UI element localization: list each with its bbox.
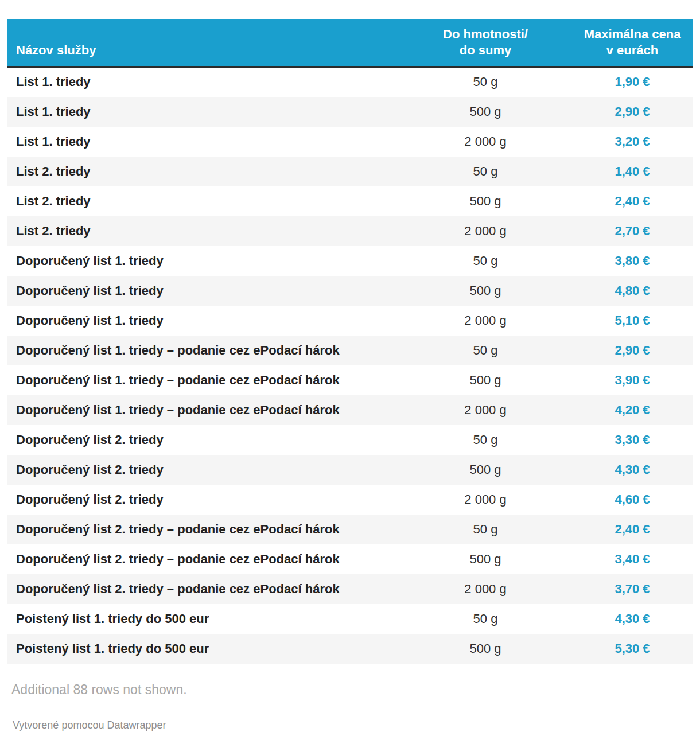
price-cell: 2,40 €	[571, 186, 693, 216]
table-row: List 2. triedy500 g2,40 €	[7, 186, 693, 216]
price-cell: 3,80 €	[571, 246, 693, 276]
price-cell: 2,40 €	[571, 515, 693, 544]
table-row: Doporučený list 1. triedy – podanie cez …	[7, 365, 693, 395]
service-name-cell: List 1. triedy	[7, 67, 399, 97]
table-header: Názov služby Do hmotnosti/ do sumy Maxim…	[7, 19, 693, 67]
weight-cell: 2 000 g	[399, 127, 571, 157]
weight-cell: 500 g	[399, 97, 571, 127]
table-row: Doporučený list 1. triedy50 g3,80 €	[7, 246, 693, 276]
price-table: Názov služby Do hmotnosti/ do sumy Maxim…	[7, 19, 693, 664]
weight-cell: 500 g	[399, 544, 571, 574]
price-cell: 3,30 €	[571, 425, 693, 455]
service-name-cell: Doporučený list 2. triedy – podanie cez …	[7, 515, 399, 544]
table-row: Doporučený list 2. triedy500 g4,30 €	[7, 455, 693, 485]
table-row: List 1. triedy50 g1,90 €	[7, 67, 693, 97]
weight-cell: 2 000 g	[399, 216, 571, 246]
weight-cell: 500 g	[399, 365, 571, 395]
column-header-service: Názov služby	[7, 19, 399, 67]
service-name-cell: Poistený list 1. triedy do 500 eur	[7, 634, 399, 664]
price-cell: 2,70 €	[571, 216, 693, 246]
price-cell: 4,80 €	[571, 276, 693, 306]
weight-cell: 50 g	[399, 67, 571, 97]
column-header-price: Maximálna cena v eurách	[571, 19, 693, 67]
weight-cell: 500 g	[399, 276, 571, 306]
table-row: Poistený list 1. triedy do 500 eur500 g5…	[7, 634, 693, 664]
table-row: List 2. triedy50 g1,40 €	[7, 157, 693, 186]
table-row: Doporučený list 2. triedy2 000 g4,60 €	[7, 485, 693, 515]
weight-cell: 50 g	[399, 157, 571, 186]
datawrapper-table-widget: Názov služby Do hmotnosti/ do sumy Maxim…	[0, 0, 700, 731]
price-cell: 4,30 €	[571, 455, 693, 485]
table-body: List 1. triedy50 g1,90 €List 1. triedy50…	[7, 67, 693, 664]
table-header-row: Názov služby Do hmotnosti/ do sumy Maxim…	[7, 19, 693, 67]
datawrapper-credit-link[interactable]: Vytvorené pomocou Datawrapper	[13, 719, 166, 731]
price-cell: 3,70 €	[571, 574, 693, 604]
weight-cell: 50 g	[399, 425, 571, 455]
price-cell: 5,30 €	[571, 634, 693, 664]
service-name-cell: Doporučený list 1. triedy	[7, 306, 399, 336]
table-row: Poistený list 1. triedy do 500 eur50 g4,…	[7, 604, 693, 634]
weight-cell: 500 g	[399, 186, 571, 216]
table-row: List 1. triedy500 g2,90 €	[7, 97, 693, 127]
rows-not-shown-note: Additional 88 rows not shown.	[11, 681, 693, 698]
price-cell: 2,90 €	[571, 336, 693, 365]
service-name-cell: Doporučený list 2. triedy – podanie cez …	[7, 574, 399, 604]
weight-cell: 2 000 g	[399, 395, 571, 425]
price-cell: 1,40 €	[571, 157, 693, 186]
table-row: Doporučený list 1. triedy – podanie cez …	[7, 395, 693, 425]
table-row: Doporučený list 1. triedy2 000 g5,10 €	[7, 306, 693, 336]
service-name-cell: Poistený list 1. triedy do 500 eur	[7, 604, 399, 634]
weight-cell: 500 g	[399, 455, 571, 485]
service-name-cell: Doporučený list 1. triedy – podanie cez …	[7, 365, 399, 395]
table-row: Doporučený list 2. triedy50 g3,30 €	[7, 425, 693, 455]
table-row: Doporučený list 1. triedy500 g4,80 €	[7, 276, 693, 306]
service-name-cell: Doporučený list 1. triedy – podanie cez …	[7, 395, 399, 425]
service-name-cell: List 2. triedy	[7, 157, 399, 186]
service-name-cell: List 1. triedy	[7, 127, 399, 157]
table-row: List 1. triedy2 000 g3,20 €	[7, 127, 693, 157]
table-row: Doporučený list 2. triedy – podanie cez …	[7, 544, 693, 574]
price-cell: 3,90 €	[571, 365, 693, 395]
price-cell: 4,30 €	[571, 604, 693, 634]
weight-cell: 50 g	[399, 515, 571, 544]
service-name-cell: Doporučený list 2. triedy – podanie cez …	[7, 544, 399, 574]
weight-cell: 50 g	[399, 246, 571, 276]
price-cell: 4,60 €	[571, 485, 693, 515]
price-cell: 4,20 €	[571, 395, 693, 425]
weight-cell: 50 g	[399, 604, 571, 634]
service-name-cell: Doporučený list 2. triedy	[7, 425, 399, 455]
price-cell: 3,40 €	[571, 544, 693, 574]
table-row: List 2. triedy2 000 g2,70 €	[7, 216, 693, 246]
column-header-weight: Do hmotnosti/ do sumy	[399, 19, 571, 67]
service-name-cell: List 1. triedy	[7, 97, 399, 127]
price-cell: 1,90 €	[571, 67, 693, 97]
weight-cell: 50 g	[399, 336, 571, 365]
table-row: Doporučený list 2. triedy – podanie cez …	[7, 574, 693, 604]
service-name-cell: List 2. triedy	[7, 186, 399, 216]
service-name-cell: Doporučený list 1. triedy – podanie cez …	[7, 336, 399, 365]
service-name-cell: Doporučený list 1. triedy	[7, 276, 399, 306]
weight-cell: 2 000 g	[399, 306, 571, 336]
weight-cell: 2 000 g	[399, 485, 571, 515]
price-cell: 3,20 €	[571, 127, 693, 157]
weight-cell: 2 000 g	[399, 574, 571, 604]
table-row: Doporučený list 1. triedy – podanie cez …	[7, 336, 693, 365]
price-cell: 2,90 €	[571, 97, 693, 127]
service-name-cell: Doporučený list 2. triedy	[7, 485, 399, 515]
service-name-cell: Doporučený list 1. triedy	[7, 246, 399, 276]
service-name-cell: Doporučený list 2. triedy	[7, 455, 399, 485]
price-cell: 5,10 €	[571, 306, 693, 336]
table-row: Doporučený list 2. triedy – podanie cez …	[7, 515, 693, 544]
weight-cell: 500 g	[399, 634, 571, 664]
service-name-cell: List 2. triedy	[7, 216, 399, 246]
